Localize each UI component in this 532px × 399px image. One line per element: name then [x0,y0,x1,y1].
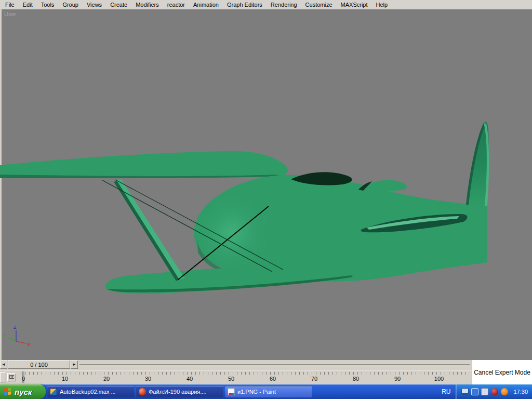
ruler-tick-label: 90 [394,376,401,382]
axis-z-label: Z [14,325,17,330]
network-icon[interactable] [471,388,478,395]
menu-item-graph-editors[interactable]: Graph Editors [223,0,267,9]
menu-item-group[interactable]: Group [58,0,83,9]
world-axis-tripod: Z X Y [3,325,30,347]
ruler-tick-label: 30 [145,376,151,382]
ruler-tick-label: 70 [311,376,317,382]
axis-x-label: X [27,342,30,347]
menu-item-reactor[interactable]: reactor [163,0,189,9]
ruler-ticks [21,372,468,375]
track-bar[interactable]: 0102030405060708090100 [0,370,472,384]
taskbar-item-paint[interactable]: и1.PNG - Paint [225,386,312,397]
menu-item-modifiers[interactable]: Modifiers [131,0,163,9]
taskbar-item-browser[interactable]: Файл:И-190 авария.... [136,386,223,397]
time-slider-thumb[interactable]: 0 / 100 [8,361,70,369]
menu-item-rendering[interactable]: Rendering [267,0,301,9]
start-button-label: пуск [15,388,32,396]
antivirus-icon[interactable] [481,388,488,395]
3dsmax-file-icon [50,388,57,395]
menu-item-tools[interactable]: Tools [37,0,59,9]
browser-icon [139,388,146,395]
time-slider-track[interactable] [79,364,470,366]
upper-wing [0,151,288,178]
ruler-tick-label: 50 [228,376,234,382]
track-bar-ruler[interactable]: 0102030405060708090100 [19,370,472,384]
viewport-user[interactable]: Z X Y User [0,9,532,360]
ruler-tick-label: 60 [270,376,276,382]
open-mini-curve-editor-button[interactable] [7,373,16,381]
start-button[interactable]: пуск [0,384,46,399]
taskbar: пуск AutoBackup02.max ... Файл:И-190 ава… [0,384,532,399]
display-icon[interactable] [461,388,469,395]
language-indicator[interactable]: RU [436,388,456,395]
menu-item-customize[interactable]: Customize [301,0,337,9]
axis-x-line [16,341,26,343]
ruler-tick-label: 0 [22,376,25,382]
ruler-tick-label: 100 [434,376,444,382]
wing-strut-shadow-edge [114,181,179,281]
ruler-tick-label: 80 [353,376,359,382]
menu-item-animation[interactable]: Animation [189,0,223,9]
viewport-label: User [4,11,16,17]
windows-logo-icon [4,388,12,396]
taskbar-item-label: Файл:И-190 авария.... [149,389,206,395]
next-frame-button[interactable]: ► [71,361,78,369]
ruler-tick-label: 20 [103,376,110,382]
headrest-fairing [362,180,407,191]
messenger-icon[interactable] [491,388,498,395]
menu-item-views[interactable]: Views [83,0,106,9]
axis-y-line [9,338,16,341]
menu-item-create[interactable]: Create [106,0,131,9]
axis-y-label: Y [3,334,6,339]
nose-highlight [191,192,272,273]
menu-bar: FileEditToolsGroupViewsCreateModifiersre… [0,0,532,9]
scene-canvas: Z X Y [0,9,532,360]
taskbar-item-autobackup-max[interactable]: AutoBackup02.max ... [47,386,135,397]
previous-frame-button[interactable]: ◄ [0,361,7,369]
taskbar-clock[interactable]: 17:30 [513,389,528,395]
cancel-expert-mode-button[interactable]: Cancel Expert Mode [472,360,532,384]
menu-item-file[interactable]: File [1,0,19,9]
menu-item-help[interactable]: Help [372,0,392,9]
biplane-model[interactable] [0,122,489,294]
time-slider-row: ◄ 0 / 100 ► [0,360,472,370]
ruler-tick-label: 40 [187,376,193,382]
paint-icon [228,388,235,395]
ruler-tick-label: 10 [62,376,68,382]
menu-item-edit[interactable]: Edit [19,0,37,9]
volume-icon[interactable] [501,388,508,395]
track-bar-left-cap [0,372,6,382]
menu-item-maxscript[interactable]: MAXScript [337,0,372,9]
taskbar-item-label: и1.PNG - Paint [237,389,276,395]
system-tray: 17:30 [456,384,532,399]
mini-curve-editor-icon [9,375,14,379]
taskbar-item-label: AutoBackup02.max ... [60,389,116,395]
